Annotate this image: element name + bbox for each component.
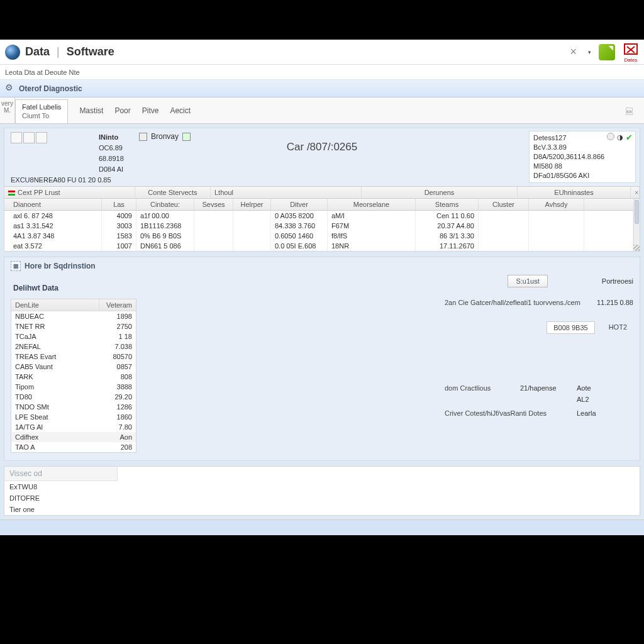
col-las[interactable]: Las — [102, 199, 136, 210]
side-stub-l1: very — [0, 100, 14, 107]
sub-panel-header: ▦ Hore br Sqdrinstion — [4, 257, 640, 275]
scrollbar-thumb[interactable] — [635, 200, 639, 224]
document-icon[interactable] — [599, 44, 615, 60]
kv-tail-key: TAO A — [11, 442, 99, 452]
table-row[interactable]: as1 3.31.54230031B1116.236884.338 3.760F… — [4, 221, 640, 231]
footer-row-2[interactable]: DITOFRE — [4, 492, 640, 504]
status-strip — [0, 520, 644, 535]
sect-tab-5[interactable]: EUhninastes — [518, 187, 631, 198]
kv-row: TCaJA1 18 — [11, 331, 136, 341]
r3-val: Learla — [577, 409, 596, 417]
browse-label[interactable]: Bronvay — [151, 132, 179, 141]
sect-tab-3[interactable]: Lthoul — [211, 187, 362, 198]
sect-tab-2[interactable]: Conte Stervects — [135, 187, 211, 198]
main-panel: INinto OC6.89 68.8918 D084 AI Bronvay Ca… — [4, 128, 640, 252]
col-helrper[interactable]: Helrper — [233, 199, 271, 210]
kv-row: TREAS Evart80570 — [11, 352, 136, 362]
resize-grip-icon[interactable] — [633, 245, 640, 251]
col-cluster[interactable]: Cluster — [479, 199, 529, 210]
kv-row: TD8029.20 — [11, 392, 136, 402]
col-cinbateu[interactable]: Cinbateu: — [136, 199, 194, 210]
status-extra-icon[interactable]: ◑ — [617, 133, 623, 142]
sect-tab-1[interactable]: Cext PP Lrust — [4, 187, 135, 198]
detail-area: Delihwt Data DenLite Veteram NBUEAC1898T… — [4, 275, 640, 457]
kv-row: CAB5 Vaunt0857 — [11, 362, 136, 372]
app-title-b: Software — [67, 45, 114, 58]
kv-row: Tipom3888 — [11, 382, 136, 392]
vertical-scrollbar[interactable] — [633, 199, 640, 251]
col-meorselane[interactable]: Meorselane — [328, 199, 416, 210]
ir-l5: DFa01/85G06 AKI — [533, 171, 631, 180]
footer-row-1[interactable]: ExTWU8 — [4, 481, 640, 492]
table-row[interactable]: axl 6. 87 2484009a1f 00.000 A035 8200aM/… — [4, 211, 640, 221]
side-stub[interactable]: very M. — [0, 97, 15, 123]
sect-tab-4[interactable]: Derunens — [362, 187, 518, 198]
col-sevses[interactable]: Sevses — [194, 199, 233, 210]
browse-icon[interactable] — [139, 133, 147, 141]
app-window: Data | Software × ▾ Dates Leota Dta at D… — [0, 40, 644, 535]
chip-code[interactable]: B008 9B35 — [547, 321, 594, 334]
status-dot-icon[interactable] — [607, 133, 614, 140]
r1-val2: Aote — [577, 384, 591, 392]
info-bottom-code: EXCU8NEREA80 FU 01 20 0.85 — [11, 176, 111, 184]
dropdown-icon[interactable]: ▾ — [588, 49, 591, 55]
content-area: INinto OC6.89 68.8918 D084 AI Bronvay Ca… — [0, 124, 644, 520]
titlebar: Data | Software × ▾ Dates — [0, 40, 644, 65]
kv-head-key[interactable]: DenLite — [11, 299, 99, 311]
close-icon[interactable]: × — [566, 44, 580, 60]
kv-row: 2NEFAL7.038 — [11, 341, 136, 352]
check-icon: ✔ — [626, 133, 633, 142]
kv-row: 1A/TG Al7.80 — [11, 422, 136, 432]
section-tabs: Cext PP Lrust Conte Stervects Lthoul Der… — [4, 186, 640, 199]
refresh-icon[interactable] — [182, 133, 191, 141]
kv-tail-val: 208 — [99, 442, 136, 452]
info-left: INinto OC6.89 68.8918 D084 AI — [99, 132, 124, 175]
panel-toggle-button[interactable]: ▭ — [626, 108, 633, 115]
table-row[interactable]: eat 3.5721007DN661 5 0860.0 05I E.60818N… — [4, 241, 640, 251]
footer-panel: Vissec od ExTWU8 DITOFRE Tier one — [4, 466, 640, 516]
title-separator: | — [57, 45, 60, 58]
menu-item-3[interactable]: Pitve — [142, 106, 159, 115]
menu-item-2[interactable]: Poor — [114, 106, 130, 115]
kv-head-val[interactable]: Veteram — [99, 299, 136, 311]
kv-row: NBUEAC1898 — [11, 311, 136, 321]
dates-badge[interactable]: Dates — [623, 43, 639, 62]
sect-tab-close-icon[interactable]: × — [631, 187, 640, 198]
col-dianoent[interactable]: Dianoent — [4, 199, 102, 210]
browse-control: Bronvay — [139, 132, 191, 141]
tab-line2: Ciumt To — [22, 111, 61, 120]
menu-item-1[interactable]: Mastist — [79, 106, 103, 115]
gear-icon — [5, 84, 15, 94]
table-row[interactable]: 4A1 3.87 34815830% B6 9 B0S0.6050 1460f8… — [4, 231, 640, 241]
kv-row: TNDO SMt1286 — [11, 402, 136, 412]
right-line1-val: 11.215 0.88 — [597, 299, 633, 306]
kv-row: TAO A 208 — [11, 442, 136, 452]
subpanel-title: Hore br Sqdrinstion — [25, 262, 96, 270]
r3-key: Criver Cotest/hiJf/vasRanti Dotes — [445, 409, 577, 417]
app-title-a: Data — [25, 45, 50, 58]
info-left-v2: 68.8918 — [99, 153, 124, 164]
info-left-v3: D084 AI — [99, 164, 124, 175]
portreoesi-label: Portreoesi — [602, 277, 633, 285]
menu-item-4[interactable]: Aecict — [170, 106, 191, 115]
kv-row: TNET RR2750 — [11, 321, 136, 331]
footer-row-3[interactable]: Tier one — [4, 504, 640, 515]
col-steams[interactable]: Steams — [416, 199, 479, 210]
status-button[interactable]: S:u1ust — [508, 275, 547, 287]
tab-line1: Fatel Lubelis — [22, 103, 61, 111]
flag-icon — [8, 191, 15, 196]
subpanel-icon: ▦ — [11, 261, 21, 271]
chip-hot: HOT2 — [602, 321, 633, 334]
ir-l2: BcV.3.3.89 — [533, 143, 631, 152]
grid-body: axl 6. 87 2484009a1f 00.000 A035 8200aM/… — [4, 211, 640, 251]
app-title: Data | Software — [25, 45, 114, 58]
breadcrumb: Leota Dta at Deoute Nte — [0, 65, 644, 80]
tab-active[interactable]: Fatel Lubelis Ciumt To — [15, 99, 68, 123]
col-avhsdy[interactable]: Avhsdy — [529, 199, 584, 210]
col-ditver[interactable]: Ditver — [271, 199, 328, 210]
tabs-row: very M. Fatel Lubelis Ciumt To Mastist P… — [0, 97, 644, 124]
kv-group-key: Cdifhex — [11, 432, 99, 442]
detail-table: DenLite Veteram NBUEAC1898TNET RR2750TCa… — [11, 299, 136, 453]
info-band: INinto OC6.89 68.8918 D084 AI Bronvay Ca… — [4, 128, 640, 186]
side-stub-l2: M. — [0, 107, 14, 114]
